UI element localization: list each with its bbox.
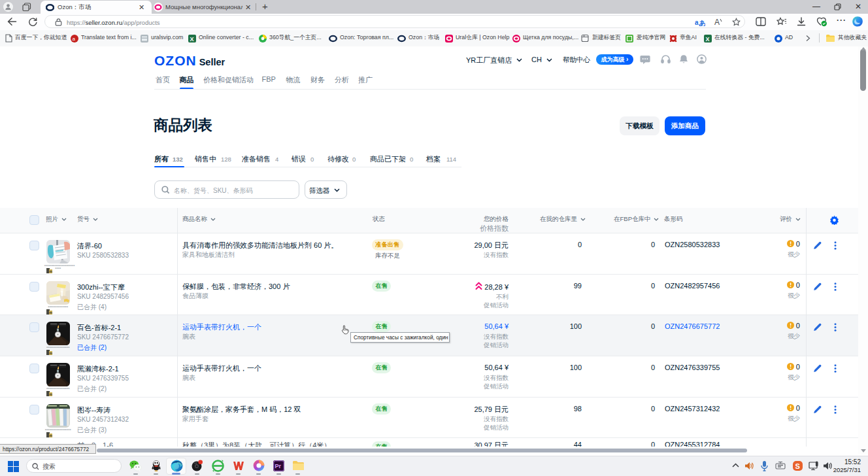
svg-text:a: a (73, 36, 76, 42)
svg-text:A: A (714, 18, 720, 26)
svg-text:Pr: Pr (275, 463, 282, 469)
svg-text:あ: あ (699, 19, 705, 27)
svg-text:m: m (49, 392, 52, 396)
svg-text:X: X (190, 36, 194, 42)
svg-text:S: S (795, 462, 800, 470)
svg-text:m: m (49, 269, 52, 273)
svg-text:m: m (49, 351, 52, 355)
svg-text:X: X (706, 36, 710, 42)
